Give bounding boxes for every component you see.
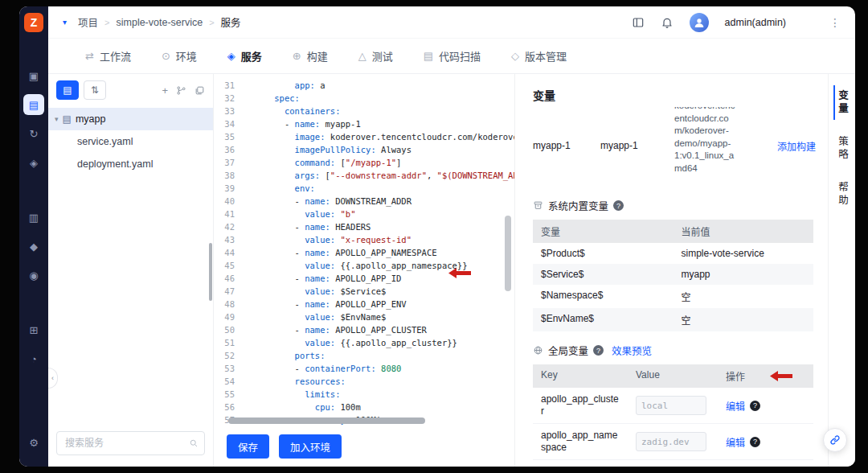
help-icon[interactable]: ?: [750, 437, 760, 447]
right-tab-3[interactable]: 帮助: [833, 177, 850, 212]
system-vars-header: 变量当前值: [533, 220, 813, 243]
search-input[interactable]: [56, 431, 205, 455]
build-icon: ⊕: [293, 50, 301, 62]
editor-horizontal-scrollbar[interactable]: [228, 417, 425, 424]
tab-bar: ⇄工作流⊙环境◈服务⊕构建△测试▤代码扫描◇版本管理: [48, 39, 855, 74]
add-service-icon[interactable]: +: [162, 84, 168, 97]
top-bar: ▾ 项目>simple-vote-service>服务 admin(admin)…: [48, 6, 855, 39]
right-tab-strip: 变量策略帮助: [828, 74, 855, 467]
global-var-value-input[interactable]: [636, 432, 706, 451]
tab-build[interactable]: ⊕构建: [293, 48, 328, 64]
service-icon: ◈: [227, 50, 235, 62]
delivery-icon[interactable]: ↻: [23, 123, 44, 144]
system-var-row: $Product$simple-vote-service: [533, 243, 813, 264]
main-area: ▾ 项目>simple-vote-service>服务 admin(admin)…: [48, 6, 855, 467]
join-env-button[interactable]: 加入环境: [279, 434, 342, 459]
zadig-logo[interactable]: Z: [24, 13, 43, 32]
archive-icon: [533, 200, 543, 211]
tab-label: 构建: [307, 48, 328, 64]
settings-gear-icon[interactable]: ⚙: [23, 432, 44, 453]
version-icon: ◇: [511, 50, 519, 62]
build-name: myapp-1: [600, 140, 669, 151]
workflow-icon: ⇄: [85, 50, 94, 62]
service-icon: ▤: [63, 113, 72, 125]
tree-item-myapp[interactable]: ▾▤myapp: [48, 108, 213, 130]
system-var-row: $Namespace$空: [533, 285, 813, 308]
screen: Z ▣ ▤ ↻ ◈ ▥ ◆ ◉ ⊞ ◔ ⚙ ▾ 项目>si: [0, 0, 868, 473]
system-vars-section-head: 系统内置变量 ?: [533, 198, 813, 213]
chevron-down-icon[interactable]: ▾: [55, 115, 59, 123]
editor-code[interactable]: app: a spec: containers: - name: myapp-1…: [243, 79, 514, 426]
clipboard-icon[interactable]: ▥: [23, 207, 44, 228]
system-var-row: $EnvName$空: [533, 308, 813, 331]
tab-test[interactable]: △测试: [358, 48, 393, 64]
stats-icon[interactable]: ◔: [23, 348, 44, 369]
project-switcher-caret-icon[interactable]: ▾: [63, 18, 67, 27]
tree-scrollbar[interactable]: [209, 243, 212, 301]
tab-label: 服务: [241, 48, 262, 64]
code-editor[interactable]: 3132333435363738394041424344454647484950…: [214, 74, 514, 426]
tab-environment[interactable]: ⊙环境: [162, 48, 197, 64]
tab-code-scan[interactable]: ▤代码扫描: [424, 48, 481, 64]
breadcrumb-item[interactable]: simple-vote-service: [116, 17, 203, 28]
global-vars-section-head: 全局变量 ? 效果预览: [533, 343, 813, 358]
annotation-arrow-variable: [770, 371, 792, 381]
tree-item-service.yaml[interactable]: service.yaml: [48, 130, 213, 153]
artifacts-icon[interactable]: ◈: [23, 152, 44, 173]
help-icon[interactable]: ?: [750, 401, 760, 411]
test-icon: △: [358, 50, 366, 62]
notification-bell-icon[interactable]: [661, 16, 674, 29]
annotation-arrow-editor: [448, 268, 471, 278]
global-var-key: apollo_app_namespace: [533, 424, 628, 459]
tab-version[interactable]: ◇版本管理: [511, 48, 567, 64]
users-icon[interactable]: ◉: [23, 265, 44, 286]
container-name: myapp-1: [533, 140, 596, 151]
global-var-value-input[interactable]: [636, 396, 706, 415]
build-row: myapp-1 myapp-1 koderover.tencentcloudcr…: [533, 105, 813, 187]
globe-icon: [533, 345, 543, 356]
tab-label: 环境: [176, 48, 197, 64]
help-icon[interactable]: ?: [593, 345, 604, 356]
link-float-button[interactable]: [823, 428, 847, 452]
global-vars-title: 全局变量: [548, 343, 588, 358]
username[interactable]: admin(admin): [725, 17, 786, 28]
system-var-row: $Service$myapp: [533, 264, 813, 285]
tab-workflow[interactable]: ⇄工作流: [85, 48, 131, 64]
avatar[interactable]: [690, 13, 709, 32]
file-tree: ▾▤myappservice.yamldeployment.yaml: [48, 108, 213, 175]
tree-item-label: myapp: [76, 113, 106, 125]
edit-link[interactable]: 编辑: [726, 399, 745, 413]
app-window: Z ▣ ▤ ↻ ◈ ▥ ◆ ◉ ⊞ ◔ ⚙ ▾ 项目>si: [19, 6, 855, 467]
sort-button[interactable]: ⇅: [84, 80, 106, 100]
breadcrumb-item[interactable]: 项目: [78, 14, 98, 30]
projects-icon[interactable]: ▤: [23, 94, 44, 115]
shield-icon[interactable]: ◆: [23, 236, 44, 257]
panel-title: 变量: [533, 87, 813, 103]
layers-icon[interactable]: [194, 85, 205, 96]
right-tab-1[interactable]: 变量: [833, 85, 850, 120]
editor-gutter: 3132333435363738394041424344454647484950…: [214, 79, 243, 426]
edit-link[interactable]: 编辑: [726, 435, 745, 449]
global-var-row: apollo_app_cluster编辑?: [533, 388, 813, 424]
image-value: koderover.tencentcloudcr.com/koderover-d…: [674, 107, 772, 175]
search-icon: [189, 438, 199, 448]
preview-link[interactable]: 效果预览: [612, 343, 652, 358]
help-icon[interactable]: ?: [613, 200, 624, 211]
service-tree-panel: ▤ ⇅ + ▾▤myappservice.yamldeployme: [48, 74, 214, 467]
tab-label: 版本管理: [525, 48, 567, 64]
panel-layout-icon[interactable]: [632, 16, 645, 29]
dashboard-icon[interactable]: ▣: [23, 65, 44, 86]
add-build-link[interactable]: 添加构建: [777, 139, 816, 153]
tab-service[interactable]: ◈服务: [227, 48, 262, 64]
variables-panel: 变量 myapp-1 myapp-1 koderover.tencentclou…: [514, 74, 828, 467]
branch-icon[interactable]: [176, 85, 186, 96]
breadcrumb: 项目>simple-vote-service>服务: [78, 14, 241, 30]
right-tab-2[interactable]: 策略: [833, 131, 850, 166]
tree-item-deployment.yaml[interactable]: deployment.yaml: [48, 153, 213, 175]
ops-monitor-icon[interactable]: ⊞: [23, 319, 44, 340]
kebab-menu-icon[interactable]: ⋮: [829, 16, 841, 29]
system-vars-title: 系统内置变量: [548, 198, 608, 213]
editor-vertical-scrollbar[interactable]: [505, 216, 511, 291]
save-button[interactable]: 保存: [227, 434, 269, 459]
file-view-button[interactable]: ▤: [56, 80, 79, 100]
